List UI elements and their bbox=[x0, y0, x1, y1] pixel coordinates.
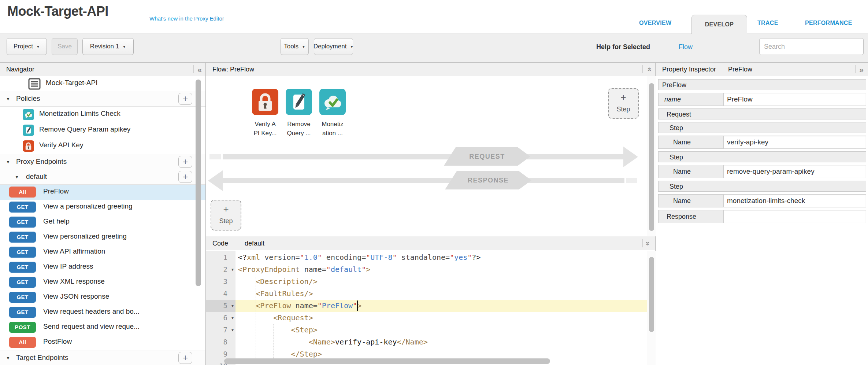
text-cursor bbox=[357, 301, 358, 311]
nav-flow-item[interactable]: POSTSend request and view reque... bbox=[0, 320, 205, 335]
property-section-row: Step bbox=[658, 181, 866, 192]
tree-expanded-icon[interactable]: ▼ bbox=[6, 355, 10, 361]
flow-scrollbar[interactable] bbox=[649, 83, 654, 231]
code-gutter: 12▼345▼6▼7▼8910▼ bbox=[206, 251, 235, 365]
tab-overview[interactable]: OVERVIEW bbox=[639, 20, 671, 26]
nav-flow-item[interactable]: GETView request headers and bo... bbox=[0, 305, 205, 320]
code-line: <FaultRules/> bbox=[238, 288, 313, 300]
nav-root-item[interactable]: Mock-Target-API bbox=[0, 76, 205, 91]
code-line: <Step> bbox=[238, 324, 318, 336]
caret-down-icon: ▼ bbox=[302, 45, 305, 49]
line-number: 8 bbox=[206, 336, 235, 348]
fold-arrow-icon[interactable]: ▼ bbox=[231, 312, 234, 324]
property-value-input[interactable] bbox=[723, 210, 866, 223]
tools-menu-label: Tools bbox=[284, 43, 298, 50]
nav-flow-item[interactable]: AllPostFlow bbox=[0, 335, 205, 350]
property-inspector-header: Property Inspector PreFlow » bbox=[656, 62, 868, 76]
fold-arrow-icon[interactable]: ▼ bbox=[231, 263, 234, 276]
code-line: <PreFlow name="PreFlow"> bbox=[238, 300, 361, 312]
code-horizontal-scrollbar[interactable] bbox=[224, 358, 550, 364]
collapse-up-icon[interactable]: » bbox=[645, 67, 653, 71]
fold-arrow-icon[interactable]: ▼ bbox=[231, 300, 234, 312]
tab-trace[interactable]: TRACE bbox=[757, 20, 778, 26]
nav-policy-item[interactable]: Verify API Key bbox=[0, 138, 205, 154]
navigator-title: Navigator bbox=[0, 66, 34, 73]
add-flow-button[interactable]: + bbox=[178, 171, 192, 183]
property-value-input[interactable]: PreFlow bbox=[723, 93, 866, 106]
help-for-selected-label: Help for Selected bbox=[596, 43, 650, 51]
add-step-button-response[interactable]: + Step bbox=[211, 200, 241, 231]
method-badge: GET bbox=[9, 202, 36, 213]
pencil-icon bbox=[23, 125, 34, 136]
flow-name: View JSON response bbox=[43, 292, 109, 301]
proxy-editor-app: Mock-Target-API What's new in the Proxy … bbox=[0, 0, 868, 365]
add-proxy-endpoint-button[interactable]: + bbox=[178, 156, 192, 168]
flow-canvas: Verify API Key...RemoveQuery ...Monetiza… bbox=[206, 76, 656, 236]
add-target-endpoint-button[interactable]: + bbox=[178, 352, 192, 364]
nav-flow-item[interactable]: GETView API affirmation bbox=[0, 245, 205, 260]
tab-performance[interactable]: PERFORMANCE bbox=[805, 20, 852, 26]
property-value-input[interactable]: verify-api-key bbox=[723, 136, 866, 149]
property-value-input[interactable]: remove-query-param-apikey bbox=[723, 165, 866, 178]
line-number: 5▼ bbox=[206, 300, 235, 312]
caret-down-icon: ▼ bbox=[350, 45, 353, 49]
property-value-input[interactable]: monetization-limits-check bbox=[723, 194, 866, 207]
collapse-right-icon[interactable]: » bbox=[859, 66, 864, 73]
property-section-row: Request bbox=[658, 108, 866, 119]
nav-flow-item[interactable]: GETView a personalized greeting bbox=[0, 200, 205, 215]
nav-flow-item[interactable]: GETView IP address bbox=[0, 260, 205, 275]
nav-flow-item[interactable]: GETView JSON response bbox=[0, 290, 205, 305]
code-editor[interactable]: 12▼345▼6▼7▼8910▼ <?xml version="1.0" enc… bbox=[206, 251, 656, 365]
nav-section-policies[interactable]: ▼ Policies + bbox=[0, 91, 205, 107]
line-number: 6▼ bbox=[206, 312, 235, 324]
add-policy-button[interactable]: + bbox=[178, 93, 192, 105]
collapse-left-icon[interactable]: « bbox=[197, 66, 202, 73]
method-badge: GET bbox=[9, 217, 36, 228]
project-menu-button[interactable]: Project ▼ bbox=[7, 38, 47, 55]
save-button[interactable]: Save bbox=[52, 38, 78, 55]
cloud-check-policy-tile[interactable] bbox=[319, 89, 346, 115]
nav-section-proxy-endpoints[interactable]: ▼ Proxy Endpoints + bbox=[0, 154, 205, 169]
whats-new-link[interactable]: What's new in the Proxy Editor bbox=[149, 15, 224, 22]
nav-flow-item[interactable]: AllPreFlow bbox=[0, 185, 205, 200]
search-input[interactable] bbox=[759, 38, 864, 55]
proxy-list-icon bbox=[28, 78, 41, 90]
flow-name: View a personalized greeting bbox=[43, 202, 133, 210]
nav-policy-item[interactable]: Remove Query Param apikey bbox=[0, 122, 205, 138]
project-menu-label: Project bbox=[14, 43, 33, 50]
code-scrollbar[interactable] bbox=[649, 257, 654, 332]
request-arrow-band bbox=[223, 154, 623, 159]
nav-flow-item[interactable]: GETView personalized greeting bbox=[0, 230, 205, 245]
fold-arrow-icon[interactable]: ▼ bbox=[231, 324, 234, 336]
nav-group-default[interactable]: ▼ default + bbox=[0, 169, 205, 185]
caret-down-icon: ▼ bbox=[122, 45, 126, 49]
default-group-label: default bbox=[26, 173, 47, 181]
flow-name: View request headers and bo... bbox=[43, 307, 140, 316]
nav-flow-item[interactable]: GETGet help bbox=[0, 215, 205, 230]
help-context-link[interactable]: Flow bbox=[679, 43, 693, 51]
lock-policy-tile[interactable] bbox=[252, 89, 278, 115]
revision-menu-button[interactable]: Revision 1 ▼ bbox=[82, 38, 134, 55]
tools-menu-button[interactable]: Tools ▼ bbox=[281, 38, 309, 55]
property-field-row: Namemonetization-limits-check bbox=[658, 194, 866, 207]
method-badge: GET bbox=[9, 292, 36, 303]
add-step-button-request[interactable]: + Step bbox=[608, 88, 639, 119]
navigator-panel: Navigator « Mock-Target-API ▼ Policies + bbox=[0, 62, 206, 365]
method-badge: GET bbox=[9, 277, 36, 288]
nav-section-target-endpoints[interactable]: ▼ Target Endpoints + bbox=[0, 350, 205, 365]
nav-policy-item[interactable]: Monetization Limits Check bbox=[0, 107, 205, 122]
nav-flow-item[interactable]: GETView XML response bbox=[0, 275, 205, 290]
tree-expanded-icon[interactable]: ▼ bbox=[15, 174, 19, 180]
tab-develop[interactable]: DEVELOP bbox=[691, 15, 747, 34]
line-number: 1 bbox=[206, 251, 235, 263]
tree-expanded-icon[interactable]: ▼ bbox=[6, 159, 10, 165]
deployment-menu-button[interactable]: Deployment ▼ bbox=[314, 38, 353, 55]
collapse-down-icon[interactable]: » bbox=[645, 241, 653, 246]
policy-tile-label[interactable]: Monetization ... bbox=[312, 119, 353, 138]
line-number: 7▼ bbox=[206, 324, 235, 336]
step-button-label: Step bbox=[609, 106, 638, 113]
pencil-icon bbox=[286, 89, 312, 115]
navigator-scrollbar[interactable] bbox=[196, 80, 201, 286]
pencil-policy-tile[interactable] bbox=[286, 89, 312, 115]
tree-expanded-icon[interactable]: ▼ bbox=[6, 96, 10, 102]
